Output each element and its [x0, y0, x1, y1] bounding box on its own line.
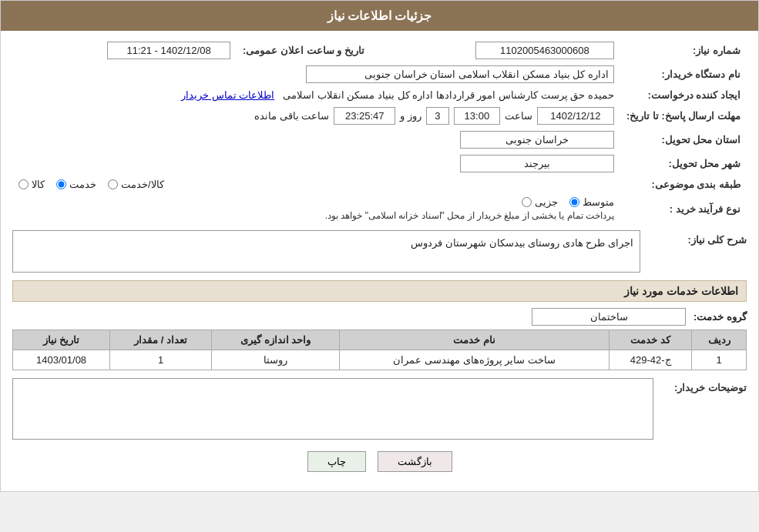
info-table: شماره نیاز: 1102005463000608 تاریخ و ساع… [12, 38, 747, 224]
date-value: 1402/12/08 - 11:21 [12, 38, 237, 62]
purchase-type-label: نوع فرآیند خرید : [620, 193, 747, 224]
creator-text: حمیده حق پرست کارشناس امور قراردادها ادا… [283, 89, 614, 101]
reply-deadline-value: 1402/12/12 ساعت 13:00 3 روز و 23:25:47 س… [12, 104, 620, 128]
col-unit: واحد اندازه گیری [212, 330, 340, 350]
delivery-city-label: شهر محل تحویل: [620, 152, 747, 176]
reply-remaining-box: 23:25:47 [334, 107, 395, 125]
col-code: کد خدمت [609, 330, 691, 350]
purchase-radio1-input[interactable] [522, 197, 532, 207]
subject-radio2-label: خدمت [69, 179, 96, 190]
request-number-label: شماره نیاز: [620, 38, 747, 62]
buyer-org-label: نام دستگاه خریدار: [620, 62, 747, 86]
subject-radio2-input[interactable] [56, 179, 66, 189]
buyer-org-value: اداره کل بنیاد مسکن انقلاب اسلامی استان … [12, 62, 620, 86]
subject-radio-kala[interactable]: کالا [18, 179, 45, 190]
table-row: ایجاد کننده درخواست: حمیده حق پرست کارشن… [12, 86, 747, 104]
cell-name: ساخت سایر پروژه‌های مهندسی عمران [340, 350, 610, 370]
creator-value: حمیده حق پرست کارشناس امور قراردادها ادا… [12, 86, 620, 104]
services-table: ردیف کد خدمت نام خدمت واحد اندازه گیری ت… [12, 330, 747, 370]
cell-row: 1 [692, 350, 747, 370]
buyer-org-box: اداره کل بنیاد مسکن انقلاب اسلامی استان … [306, 65, 614, 83]
table-row: شهر محل تحویل: بیرجند [12, 152, 747, 176]
col-name: نام خدمت [340, 330, 610, 350]
service-group-value: ساختمان [532, 308, 686, 326]
date-box: 1402/12/08 - 11:21 [107, 42, 230, 59]
table-row: شماره نیاز: 1102005463000608 تاریخ و ساع… [12, 38, 747, 62]
subject-radio1-input[interactable] [18, 179, 29, 189]
purchase-radio2-input[interactable] [569, 197, 579, 207]
delivery-province-value: خراسان جنوبی [12, 128, 620, 152]
purchase-type-value: متوسط جزیی پرداخت تمام یا بخشی از مبلغ خ… [12, 193, 620, 224]
description-section: شرح کلی نیاز: اجرای طرح هادی روستای بیدس… [12, 230, 747, 273]
request-number-value: 1102005463000608 [371, 38, 620, 62]
cell-code: ج-42-429 [609, 350, 691, 370]
reply-date-box: 1402/12/12 [537, 107, 614, 125]
reply-days-box: 3 [426, 107, 449, 125]
subject-radio-khedmat[interactable]: خدمت [56, 179, 96, 190]
buyer-notes-section: توضیحات خریدار: [12, 378, 747, 440]
purchase-radio1-label: جزیی [535, 196, 558, 208]
col-qty: تعداد / مقدار [110, 330, 212, 350]
creator-link[interactable]: اطلاعات تماس خریدار [181, 89, 274, 101]
cell-date: 1403/01/08 [13, 350, 110, 370]
subject-radio1-label: کالا [32, 179, 45, 190]
page-title: جزئیات اطلاعات نیاز [327, 9, 432, 22]
purchase-note: پرداخت تمام یا بخشی از مبلغ خریدار از مح… [325, 210, 614, 221]
table-row: 1ج-42-429ساخت سایر پروژه‌های مهندسی عمرا… [13, 350, 747, 370]
creator-label: ایجاد کننده درخواست: [620, 86, 747, 104]
subject-label: طبقه بندی موضوعی: [620, 176, 747, 193]
back-button[interactable]: بازگشت [378, 451, 452, 472]
date-label: تاریخ و ساعت اعلان عمومی: [237, 38, 371, 62]
subject-value: کالا/خدمت خدمت کالا [12, 176, 620, 193]
description-text: اجرای طرح هادی روستای بیدسکان شهرستان فر… [411, 237, 633, 249]
request-number-box: 1102005463000608 [475, 42, 614, 59]
purchase-radio-small[interactable]: جزیی [522, 196, 558, 208]
buyer-notes-label: توضیحات خریدار: [660, 378, 747, 393]
buyer-notes-textarea[interactable] [12, 378, 653, 440]
delivery-city-value: بیرجند [12, 152, 620, 176]
reply-time-box: 13:00 [454, 107, 500, 125]
subject-radio3-label: کالا/خدمت [121, 179, 164, 190]
col-date: تاریخ نیاز [13, 330, 110, 350]
table-row: مهلت ارسال پاسخ: تا تاریخ: 1402/12/12 سا… [12, 104, 747, 128]
description-label: شرح کلی نیاز: [646, 230, 747, 246]
remaining-label: ساعت باقی مانده [254, 110, 329, 122]
table-row: نام دستگاه خریدار: اداره کل بنیاد مسکن ا… [12, 62, 747, 86]
cell-unit: روستا [212, 350, 340, 370]
page-header: جزئیات اطلاعات نیاز [1, 1, 758, 31]
city-box: بیرجند [460, 155, 614, 172]
table-row: استان محل تحویل: خراسان جنوبی [12, 128, 747, 152]
reply-deadline-label: مهلت ارسال پاسخ: تا تاریخ: [620, 104, 747, 128]
col-row: ردیف [692, 330, 747, 350]
purchase-radio2-label: متوسط [583, 196, 614, 208]
service-group-row: گروه خدمت: ساختمان [12, 308, 747, 326]
description-box: اجرای طرح هادی روستای بیدسکان شهرستان فر… [12, 230, 640, 273]
table-row: نوع فرآیند خرید : متوسط جزیی [12, 193, 747, 224]
button-group: بازگشت چاپ [12, 440, 747, 483]
delivery-province-label: استان محل تحویل: [620, 128, 747, 152]
table-row: طبقه بندی موضوعی: کالا/خدمت خدمت [12, 176, 747, 193]
time-label: ساعت [505, 110, 532, 122]
subject-radio-kala-khedmat[interactable]: کالا/خدمت [108, 179, 164, 190]
purchase-radio-medium[interactable]: متوسط [569, 196, 614, 208]
service-group-label: گروه خدمت: [694, 311, 747, 323]
subject-radio3-input[interactable] [108, 179, 118, 189]
days-label: روز و [400, 110, 421, 122]
province-box: خراسان جنوبی [460, 131, 614, 149]
table-header-row: ردیف کد خدمت نام خدمت واحد اندازه گیری ت… [13, 330, 747, 350]
cell-quantity: 1 [110, 350, 212, 370]
service-info-title: اطلاعات خدمات مورد نیاز [12, 280, 747, 302]
print-button[interactable]: چاپ [307, 451, 366, 472]
